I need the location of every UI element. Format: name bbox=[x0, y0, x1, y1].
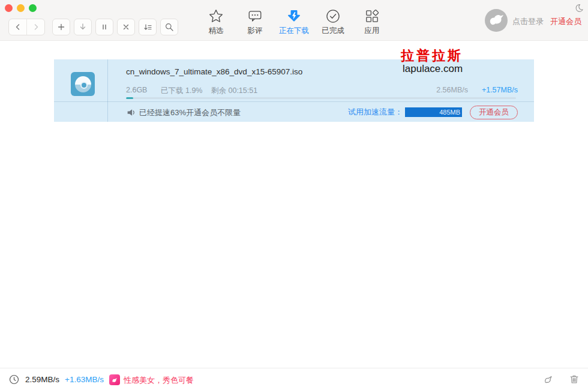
ad-bird-icon[interactable] bbox=[109, 374, 120, 385]
avatar[interactable] bbox=[485, 9, 508, 32]
total-boost-speed: +1.63MB/s bbox=[65, 375, 104, 384]
bird-logo-icon bbox=[487, 11, 505, 29]
star-icon bbox=[197, 7, 235, 25]
promo-text[interactable]: 已经提速63%开通会员不限量 bbox=[139, 107, 241, 118]
tab-label: 影评 bbox=[236, 26, 274, 36]
dark-mode-toggle[interactable] bbox=[574, 3, 584, 13]
zoom-window-button[interactable] bbox=[29, 4, 37, 12]
app-grid-icon bbox=[353, 7, 391, 25]
download-filename: cn_windows_7_ultimate_x86_dvd_x15-65907.… bbox=[126, 67, 302, 76]
close-window-button[interactable] bbox=[5, 4, 13, 12]
delete-task-button[interactable] bbox=[117, 19, 135, 35]
pause-icon bbox=[100, 22, 109, 32]
tab-featured[interactable]: 精选 bbox=[197, 7, 235, 37]
nav-group bbox=[8, 19, 45, 35]
trial-traffic-group: 试用加速流量： 485MB 开通会员 bbox=[348, 102, 518, 122]
clock-icon bbox=[9, 374, 19, 385]
open-vip-button[interactable]: 开通会员 bbox=[470, 106, 518, 119]
total-speed: 2.59MB/s bbox=[25, 375, 59, 384]
add-task-button[interactable] bbox=[52, 19, 70, 35]
close-icon bbox=[121, 22, 131, 32]
tab-reviews[interactable]: 影评 bbox=[236, 7, 274, 37]
bird-outline-icon[interactable] bbox=[543, 374, 555, 386]
download-progress-bar bbox=[126, 97, 516, 99]
tab-label: 已完成 bbox=[314, 26, 352, 36]
search-button[interactable] bbox=[160, 19, 178, 35]
trial-traffic-bar: 485MB bbox=[405, 107, 462, 117]
sort-list-icon bbox=[143, 22, 152, 32]
tab-downloading[interactable]: 正在下载 bbox=[275, 7, 313, 37]
download-progress-fill bbox=[126, 97, 133, 99]
trial-traffic-amount: 485MB bbox=[439, 109, 460, 116]
login-link[interactable]: 点击登录 bbox=[512, 16, 544, 27]
start-download-button[interactable] bbox=[74, 19, 92, 35]
speaker-icon bbox=[126, 107, 136, 118]
tab-label: 应用 bbox=[353, 26, 391, 36]
watermark-title: 拉普拉斯 bbox=[401, 47, 467, 65]
tab-label: 正在下载 bbox=[275, 26, 313, 36]
promo-strip: 已经提速63%开通会员不限量 试用加速流量： 485MB 开通会员 bbox=[54, 101, 534, 122]
watermark-site: lapulace.com bbox=[403, 63, 463, 75]
plus-icon bbox=[56, 22, 66, 32]
trash-icon[interactable] bbox=[569, 374, 580, 385]
back-button[interactable] bbox=[9, 19, 27, 35]
pause-button[interactable] bbox=[95, 19, 113, 35]
app-window: 精选 影评 正在下载 已完成 应用 bbox=[0, 0, 588, 390]
comment-bubble-icon bbox=[236, 7, 274, 25]
minimize-window-button[interactable] bbox=[17, 4, 25, 12]
trial-traffic-label: 试用加速流量： bbox=[348, 107, 403, 118]
open-vip-link[interactable]: 开通会员 bbox=[550, 16, 581, 27]
chevron-right-icon bbox=[31, 22, 41, 32]
down-arrow-icon bbox=[78, 22, 88, 32]
search-icon bbox=[164, 22, 174, 32]
current-speed: 2.56MB/s bbox=[436, 86, 468, 94]
downloaded-percent: 已下载 1.9% bbox=[161, 86, 202, 96]
downloading-bolt-icon bbox=[275, 7, 313, 25]
boost-speed: +1.57MB/s bbox=[482, 86, 518, 94]
status-bar: 2.59MB/s +1.63MB/s 性感美女，秀色可餐 bbox=[0, 368, 588, 390]
ad-link-text[interactable]: 性感美女，秀色可餐 bbox=[124, 375, 194, 386]
tab-apps[interactable]: 应用 bbox=[353, 7, 391, 37]
tab-completed[interactable]: 已完成 bbox=[314, 7, 352, 37]
tab-label: 精选 bbox=[197, 26, 235, 36]
file-size: 2.6GB bbox=[126, 86, 147, 94]
sort-list-button[interactable] bbox=[139, 19, 157, 35]
toolbar: 精选 影评 正在下载 已完成 应用 bbox=[0, 0, 588, 41]
iso-disc-icon bbox=[71, 72, 95, 96]
forward-button[interactable] bbox=[27, 19, 44, 35]
check-circle-icon bbox=[314, 7, 352, 25]
chevron-left-icon bbox=[13, 22, 23, 32]
time-remaining: 剩余 00:15:51 bbox=[211, 86, 257, 96]
